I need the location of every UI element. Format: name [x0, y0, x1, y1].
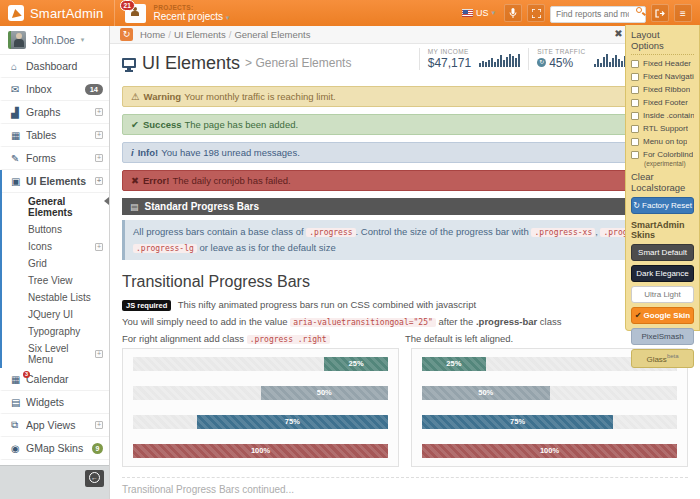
- sidebar-item-calendar[interactable]: ▦3 Calendar: [0, 368, 109, 391]
- expand-plus-icon[interactable]: +: [95, 177, 103, 185]
- skin-pixelsmash-button[interactable]: PixelSmash: [631, 328, 694, 345]
- alert-title: Warning: [144, 91, 182, 102]
- skin-google-button[interactable]: ✔Google Skin: [631, 307, 694, 324]
- skin-smart-default-button[interactable]: Smart Default: [631, 244, 694, 261]
- subitem-label: Tree View: [28, 275, 72, 286]
- checkbox[interactable]: [631, 60, 639, 68]
- header-divider: [114, 0, 115, 26]
- panel-title: Standard Progress Bars: [145, 201, 260, 212]
- dotted-divider: [631, 54, 694, 55]
- progress-track: 50%: [422, 386, 677, 400]
- sidebar-subitem-nestable-lists[interactable]: Nestable Lists: [2, 289, 109, 306]
- sidebar-item-forms[interactable]: ✎ Forms +: [0, 147, 109, 170]
- code-chip: .progress-lg: [133, 244, 197, 253]
- checkbox-inside-container[interactable]: Inside .container: [631, 111, 694, 120]
- checkbox[interactable]: [631, 151, 639, 159]
- skin-ultra-light-button[interactable]: Ultra Light: [631, 286, 694, 303]
- info-icon: i: [131, 147, 134, 158]
- progress-track: 75%: [422, 415, 677, 429]
- checkbox-fixed-ribbon[interactable]: Fixed Ribbon: [631, 85, 694, 94]
- checkbox-fixed-footer[interactable]: Fixed Footer: [631, 98, 694, 107]
- sidebar-item-label: Tables: [26, 129, 95, 141]
- projects-dropdown[interactable]: PROJECTS: Recent projects ▾: [154, 4, 230, 22]
- checkbox-fixed-navigation[interactable]: Fixed Navigation: [631, 72, 694, 81]
- refresh-circle-icon: ↻: [537, 58, 546, 67]
- sidebar-item-app-views[interactable]: ⧉ App Views +: [0, 414, 109, 437]
- search-icon: [636, 7, 642, 13]
- sidebar-item-ui-elements[interactable]: ▣ UI Elements +: [2, 170, 109, 193]
- check-icon: ✔: [131, 119, 139, 130]
- language-selector[interactable]: US ▾: [458, 6, 499, 20]
- expand-plus-icon[interactable]: +: [95, 154, 103, 162]
- js-required-badge: JS required: [122, 300, 171, 311]
- progress-bar-100: 100%: [133, 444, 388, 458]
- sidebar-item-tables[interactable]: ▦ Tables +: [0, 124, 109, 147]
- sidebar-subitem-general-elements[interactable]: General Elements: [2, 193, 109, 221]
- right-aligned-progress-card: 25% 50% 75% 100%: [122, 348, 399, 467]
- app-header: SmartAdmin 21 PROJECTS: Recent projects …: [0, 0, 700, 26]
- table-icon: ▦: [11, 130, 26, 141]
- js-required-text: This nifty animated progress bars run on…: [178, 299, 476, 310]
- note-text: All progress bars contain a base class o…: [133, 226, 304, 237]
- expand-plus-icon[interactable]: +: [95, 131, 103, 139]
- fullscreen-button[interactable]: [527, 4, 545, 22]
- checkbox-fixed-header[interactable]: Fixed Header: [631, 59, 694, 68]
- microphone-icon: [509, 8, 517, 19]
- expand-plus-icon[interactable]: +: [95, 108, 103, 116]
- checkbox[interactable]: [631, 99, 639, 107]
- skin-dark-elegance-button[interactable]: Dark Elegance: [631, 265, 694, 282]
- inbox-count-badge: 14: [85, 84, 103, 95]
- sidebar-item-gmap-skins[interactable]: ◉ GMap Skins 9: [0, 437, 109, 460]
- breadcrumb-ui-elements[interactable]: UI Elements: [174, 29, 226, 40]
- close-panel-button[interactable]: ✖: [612, 28, 625, 41]
- sidebar-subitem-icons[interactable]: Icons+: [2, 238, 109, 255]
- subitem-label: Grid: [28, 258, 47, 269]
- skin-label: Google Skin: [644, 311, 691, 320]
- expand-plus-icon[interactable]: +: [95, 350, 103, 358]
- inbox-icon: ✉: [11, 84, 26, 95]
- logout-button[interactable]: [651, 4, 669, 22]
- sidebar-subitem-typography[interactable]: Typography: [2, 323, 109, 340]
- checkbox[interactable]: [631, 73, 639, 81]
- sidebar-subitem-six-level-menu[interactable]: Six Level Menu+: [2, 340, 109, 368]
- menu-toggle-button[interactable]: ≡: [674, 4, 692, 22]
- refresh-button[interactable]: ↻: [120, 28, 133, 41]
- factory-reset-button[interactable]: ↻ Factory Reset: [631, 197, 694, 214]
- factory-reset-label: Factory Reset: [642, 201, 692, 210]
- voice-command-button[interactable]: [504, 4, 522, 22]
- sidebar-item-widgets[interactable]: ▤ Widgets: [0, 391, 109, 414]
- checkbox-for-colorblind[interactable]: For Colorblind: [631, 150, 694, 159]
- page-title: UI Elements: [142, 53, 240, 74]
- checkbox-menu-on-top[interactable]: Menu on top: [631, 137, 694, 146]
- skin-glass-button[interactable]: Glassbeta: [631, 349, 694, 368]
- aria-line: You will simply need to add in the value…: [122, 316, 688, 327]
- alignment-notes: For right alignment add class .progress …: [122, 333, 688, 344]
- sidebar-item-dashboard[interactable]: ⌂ Dashboard: [0, 55, 109, 78]
- sidebar-subitem-grid[interactable]: Grid: [2, 255, 109, 272]
- checkbox[interactable]: [631, 125, 639, 133]
- breadcrumb: Home/UI Elements/General Elements: [140, 29, 310, 40]
- alert-warning: ⚠WarningYour monthly traffic is reaching…: [122, 86, 688, 107]
- expand-plus-icon[interactable]: +: [95, 421, 103, 429]
- clear-localstorage-label[interactable]: Clear Localstorage: [631, 171, 694, 193]
- sidebar-subitem-tree-view[interactable]: Tree View: [2, 272, 109, 289]
- checkbox[interactable]: [631, 112, 639, 120]
- subitem-label: General Elements: [28, 196, 103, 218]
- expand-icon: [532, 9, 541, 18]
- expand-plus-icon[interactable]: +: [95, 243, 103, 251]
- sidebar-subitem-jquery-ui[interactable]: JQuery UI: [2, 306, 109, 323]
- gmap-count-badge: 9: [92, 443, 103, 454]
- activity-button[interactable]: 21: [125, 4, 146, 23]
- minify-nav-button[interactable]: ←: [85, 470, 104, 487]
- avatar: [8, 31, 26, 49]
- sidebar-subitem-buttons[interactable]: Buttons: [2, 221, 109, 238]
- sidebar-item-graphs[interactable]: ▟ Graphs +: [0, 101, 109, 124]
- search-input[interactable]: [550, 6, 646, 23]
- sidebar-user[interactable]: John.Doe ▾: [0, 26, 109, 55]
- sidebar-item-inbox[interactable]: ✉ Inbox 14: [0, 78, 109, 101]
- checkbox-rtl-support[interactable]: RTL Support: [631, 124, 694, 133]
- checkbox[interactable]: [631, 86, 639, 94]
- code-chip: .progress: [306, 228, 355, 237]
- checkbox[interactable]: [631, 138, 639, 146]
- breadcrumb-home[interactable]: Home: [140, 29, 165, 40]
